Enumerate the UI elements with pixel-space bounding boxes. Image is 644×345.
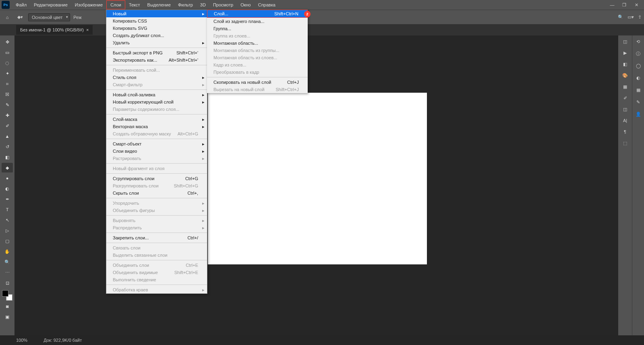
- minimize-button[interactable]: —: [606, 0, 618, 9]
- rect-tool-icon[interactable]: ▢: [2, 236, 13, 246]
- layers-menu-item-23: Растрировать▸: [106, 155, 207, 162]
- zoom-tool-icon[interactable]: 🔍: [2, 257, 13, 267]
- direct-select-tool-icon[interactable]: ▷: [2, 226, 13, 235]
- search-icon[interactable]: 🔍: [618, 15, 623, 20]
- maximize-button[interactable]: ❐: [618, 0, 630, 9]
- menu-image[interactable]: Изображение: [71, 1, 106, 9]
- layers-menu-item-7[interactable]: Экспортировать как...Alt+Shift+Ctrl+': [106, 56, 207, 64]
- screen-mode-icon[interactable]: ▣: [2, 312, 13, 322]
- share-icon[interactable]: ⇪: [638, 15, 642, 20]
- brush-settings-icon[interactable]: ✎: [634, 98, 643, 106]
- styles-icon[interactable]: ▦: [634, 85, 643, 94]
- layers-panel-icon[interactable]: ◫: [620, 105, 630, 114]
- layers-menu-item-18[interactable]: Векторная маска▸: [106, 123, 207, 130]
- close-tab-icon[interactable]: ×: [86, 27, 89, 32]
- heal-tool-icon[interactable]: ✚: [2, 110, 13, 120]
- layers-menu-item-29[interactable]: Скрыть слоиCtrl+,: [106, 189, 207, 197]
- menu-window[interactable]: Окно: [237, 1, 255, 9]
- color-panel-icon[interactable]: 🎨: [620, 71, 630, 80]
- new-submenu-item-0[interactable]: Слой...Shift+Ctrl+N2: [207, 10, 308, 18]
- doc-size[interactable]: Док: 922,9K/0 байт: [43, 338, 82, 343]
- quick-mask-icon[interactable]: ◙: [2, 301, 13, 311]
- foreground-color[interactable]: [2, 290, 8, 297]
- layers-menu-item-6[interactable]: Быстрый экспорт в PNGShift+Ctrl+': [106, 49, 207, 56]
- 3d-panel-icon[interactable]: ⬚: [620, 139, 630, 148]
- eyedropper-tool-icon[interactable]: ✎: [2, 100, 13, 110]
- type-tool-icon[interactable]: T: [2, 205, 13, 214]
- layers-menu-item-4[interactable]: Удалить▸: [106, 39, 207, 46]
- hand-tool-icon[interactable]: ✋: [2, 247, 13, 256]
- app-icon: Ps: [2, 1, 10, 9]
- layers-menu-item-0[interactable]: Новый▸: [106, 10, 207, 17]
- frame-tool-icon[interactable]: ☒: [2, 89, 13, 99]
- new-submenu-label: Преобразовать в кадр: [213, 70, 259, 75]
- new-submenu-item-4[interactable]: Монтажная область...: [207, 39, 308, 47]
- layers-menu-item-1[interactable]: Копировать CSS: [106, 17, 207, 25]
- zoom-level[interactable]: 100%: [16, 338, 27, 343]
- info-panel-icon[interactable]: ⓘ: [634, 49, 643, 58]
- fill-mode-dropdown[interactable]: Основной цвет: [28, 13, 70, 21]
- adjustments-icon[interactable]: ◐: [634, 73, 643, 82]
- menu-layers[interactable]: Слои: [106, 0, 125, 9]
- panel-icon[interactable]: ◫: [620, 37, 630, 46]
- learn-panel-icon[interactable]: ▶: [620, 48, 630, 57]
- brush-panel-icon[interactable]: ✐: [620, 94, 630, 102]
- history-brush-tool-icon[interactable]: ↺: [2, 142, 13, 152]
- more-tools-icon[interactable]: ⋯: [2, 268, 13, 277]
- layers-menu-item-17[interactable]: Слой-маска▸: [106, 116, 207, 123]
- layers-menu-item-2[interactable]: Копировать SVG: [106, 25, 207, 32]
- brush-tool-icon[interactable]: ✐: [2, 121, 13, 131]
- new-submenu-item-2[interactable]: Группа...: [207, 25, 308, 32]
- people-icon[interactable]: 👤: [634, 110, 643, 118]
- eraser-tool-icon[interactable]: ◧: [2, 152, 13, 162]
- menu-view[interactable]: Просмотр: [209, 1, 237, 9]
- history-panel-icon[interactable]: ⟲: [634, 37, 643, 46]
- layers-menu-item-14[interactable]: Новый корректирующий слой▸: [106, 98, 207, 106]
- bucket-tool-icon[interactable]: ◆: [2, 163, 13, 172]
- dodge-tool-icon[interactable]: ◐: [2, 184, 13, 193]
- path-select-tool-icon[interactable]: ↖: [2, 215, 13, 225]
- libraries-icon[interactable]: ◧: [620, 60, 630, 69]
- menu-select[interactable]: Выделение: [144, 1, 174, 9]
- submenu-arrow-icon: ▸: [202, 156, 205, 161]
- marquee-tool-icon[interactable]: ▭: [2, 48, 13, 57]
- new-submenu-item-5: Монтажная область из группы...: [207, 47, 308, 54]
- menu-text[interactable]: Текст: [125, 1, 144, 9]
- char-panel-icon[interactable]: A|: [620, 116, 630, 125]
- home-icon[interactable]: ⌂: [2, 12, 12, 22]
- layers-menu-item-3[interactable]: Создать дубликат слоя...: [106, 32, 207, 39]
- layers-menu-item-27[interactable]: Сгруппировать слоиCtrl+G: [106, 175, 207, 182]
- menu-help[interactable]: Справка: [255, 1, 279, 9]
- menu-edit[interactable]: Редактирование: [30, 1, 71, 9]
- lasso-tool-icon[interactable]: ◌: [2, 58, 13, 68]
- edit-toolbar-icon[interactable]: ⊡: [2, 278, 13, 288]
- pen-tool-icon[interactable]: ✒: [2, 194, 13, 204]
- menu-filter[interactable]: Фильтр: [174, 1, 197, 9]
- new-submenu-item-10[interactable]: Скопировать на новый слойCtrl+J: [207, 79, 308, 86]
- canvas[interactable]: [208, 93, 427, 264]
- layers-menu-item-21[interactable]: Смарт-объект▸: [106, 140, 207, 148]
- new-submenu-label: Группа из слоев...: [213, 33, 250, 38]
- paragraph-panel-icon[interactable]: ¶: [620, 127, 630, 136]
- layers-menu-item-10[interactable]: Стиль слоя▸: [106, 74, 207, 81]
- layers-menu-item-13[interactable]: Новый слой-заливка▸: [106, 91, 207, 98]
- swatches-panel-icon[interactable]: ▦: [620, 82, 630, 91]
- new-submenu-item-1[interactable]: Слой из заднего плана...: [207, 18, 308, 25]
- document-tab[interactable]: Без имени-1 @ 100% (RGB/8#) ×: [16, 25, 93, 35]
- blur-tool-icon[interactable]: ●: [2, 173, 13, 183]
- menu-file[interactable]: Файл: [12, 1, 30, 9]
- cc-icon[interactable]: ◯: [634, 61, 643, 70]
- close-button[interactable]: ✕: [630, 0, 642, 9]
- crop-tool-icon[interactable]: ⌗: [2, 79, 13, 89]
- clone-tool-icon[interactable]: ▲: [2, 131, 13, 141]
- menu-3d[interactable]: 3D: [197, 1, 209, 9]
- layers-menu-item-25: Новый фрагмент из слоя: [106, 165, 207, 172]
- move-tool-icon[interactable]: ✥: [2, 37, 13, 47]
- color-swatches[interactable]: [2, 290, 12, 301]
- layers-menu-item-22[interactable]: Слои видео▸: [106, 148, 207, 155]
- new-submenu-item-11: Вырезать на новый слойShift+Ctrl+J: [207, 86, 308, 93]
- tool-preset-icon[interactable]: ◆▾: [15, 12, 25, 22]
- magic-wand-tool-icon[interactable]: ✦: [2, 69, 13, 78]
- workspace-switcher-icon[interactable]: ▭▾: [627, 15, 634, 20]
- layers-menu-item-37[interactable]: Закрепить слои...Ctrl+/: [106, 234, 207, 241]
